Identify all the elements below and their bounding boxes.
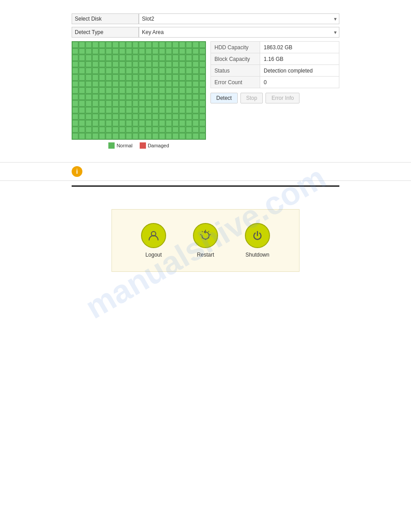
grid-cell	[126, 42, 132, 48]
grid-cell	[106, 94, 112, 100]
info-table: HDD Capacity 1863.02 GB Block Capacity 1…	[210, 41, 339, 88]
grid-cell	[139, 120, 145, 126]
grid-cell	[112, 61, 119, 68]
grid-cell	[199, 48, 206, 55]
grid-cell	[106, 74, 112, 81]
grid-cell	[126, 100, 132, 107]
power-panel: Logout Restart	[111, 209, 300, 272]
grid-cell	[159, 68, 165, 74]
grid-cell	[179, 127, 185, 133]
grid-cell	[179, 100, 185, 107]
grid-cell	[172, 68, 179, 74]
grid-cell	[166, 127, 172, 133]
hdd-capacity-value: 1863.02 GB	[260, 42, 339, 53]
grid-cell	[86, 48, 92, 55]
stop-button[interactable]: Stop	[240, 93, 263, 103]
grid-cell	[159, 107, 165, 113]
grid-cell	[172, 114, 179, 120]
grid-cell	[139, 107, 145, 113]
logout-icon-circle	[141, 223, 166, 248]
select-disk-wrapper[interactable]: Slot2 ▼	[139, 13, 339, 24]
detect-type-select[interactable]: Key Area	[139, 27, 339, 38]
grid-cell	[199, 100, 206, 107]
grid-cell	[106, 87, 112, 94]
grid-cell	[159, 127, 165, 133]
grid-cell	[146, 133, 152, 139]
grid-cell	[72, 127, 78, 133]
restart-item[interactable]: Restart	[193, 223, 218, 258]
grid-cell	[172, 87, 179, 94]
grid-cell	[193, 120, 199, 126]
grid-cell	[139, 48, 145, 55]
grid-cell	[133, 42, 139, 48]
svg-line-2	[208, 231, 209, 232]
grid-cell	[99, 48, 105, 55]
grid-cell	[172, 100, 179, 107]
grid-cell	[99, 42, 105, 48]
grid-cell	[139, 94, 145, 100]
grid-cell	[126, 55, 132, 61]
grid-cell	[166, 100, 172, 107]
grid-cell	[126, 87, 132, 94]
grid-cell	[186, 107, 192, 113]
grid-cell	[133, 87, 139, 94]
grid-cell	[133, 55, 139, 61]
grid-cell	[86, 94, 92, 100]
block-capacity-row: Block Capacity 1.16 GB	[211, 53, 339, 65]
restart-label: Restart	[197, 252, 214, 258]
grid-cell	[133, 68, 139, 74]
info-icon: i	[72, 166, 82, 177]
grid-cell	[72, 120, 78, 126]
logout-item[interactable]: Logout	[141, 223, 166, 258]
detect-button[interactable]: Detect	[210, 93, 238, 103]
error-info-button[interactable]: Error Info	[265, 93, 300, 103]
grid-cell	[79, 127, 85, 133]
grid-cell	[86, 120, 92, 126]
grid-cell	[106, 107, 112, 113]
grid-cell	[146, 94, 152, 100]
grid-cell	[199, 133, 206, 139]
grid-cell	[186, 61, 192, 68]
error-count-value: 0	[260, 77, 339, 88]
grid-cell	[152, 68, 158, 74]
grid-cell	[99, 55, 105, 61]
grid-cell	[79, 94, 85, 100]
grid-cell	[193, 48, 199, 55]
grid-cell	[186, 81, 192, 87]
grid-cell	[159, 133, 165, 139]
select-disk-select[interactable]: Slot2	[139, 13, 339, 24]
select-disk-row: Select Disk Slot2 ▼	[72, 13, 339, 24]
grid-cell	[119, 114, 125, 120]
grid-cell	[152, 107, 158, 113]
grid-cell	[79, 61, 85, 68]
grid-cell	[86, 87, 92, 94]
grid-cell	[179, 133, 185, 139]
grid-cell	[92, 133, 98, 139]
shutdown-item[interactable]: Shutdown	[245, 223, 270, 258]
grid-cell	[92, 87, 98, 94]
grid-cell	[112, 55, 119, 61]
grid-cell	[99, 127, 105, 133]
grid-cell	[86, 68, 92, 74]
grid-cell	[72, 94, 78, 100]
grid-cell	[79, 100, 85, 107]
grid-cell	[79, 48, 85, 55]
grid-cell	[199, 94, 206, 100]
grid-cell	[79, 120, 85, 126]
grid-cell	[119, 87, 125, 94]
grid-cell	[106, 81, 112, 87]
grid-cell	[86, 107, 92, 113]
grid-cell	[112, 68, 119, 74]
detect-type-wrapper[interactable]: Key Area ▼	[139, 27, 339, 38]
grid-cell	[126, 48, 132, 55]
grid-cell	[92, 74, 98, 81]
grid-cell	[146, 127, 152, 133]
grid-cell	[133, 74, 139, 81]
grid-cell	[152, 48, 158, 55]
grid-cell	[166, 55, 172, 61]
grid-cell	[106, 55, 112, 61]
grid-cell	[186, 87, 192, 94]
grid-cell	[166, 48, 172, 55]
grid-cell	[112, 133, 119, 139]
grid-cell	[79, 107, 85, 113]
